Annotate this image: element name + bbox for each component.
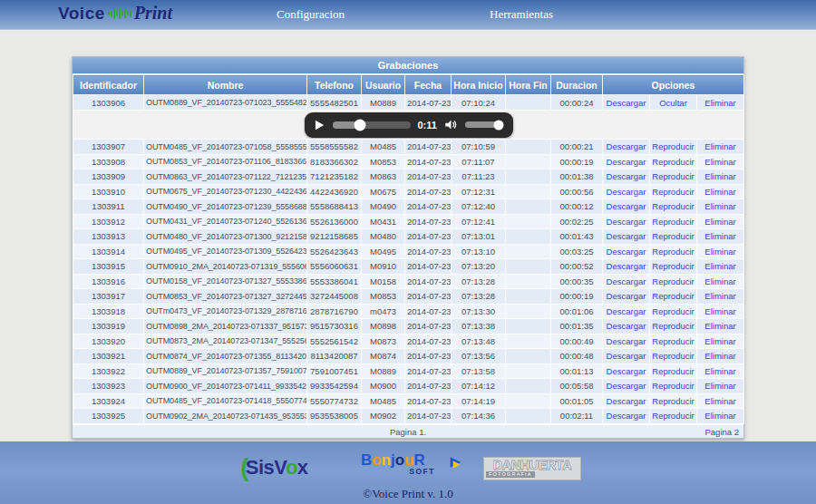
eliminar-link[interactable]: Eliminar	[704, 187, 735, 197]
reproducir-link[interactable]: Reproducir	[652, 366, 694, 376]
eliminar-link[interactable]: Eliminar	[704, 231, 735, 241]
descargar-link[interactable]: Descargar	[607, 247, 646, 257]
cell-hora-inicio: 07:12:31	[452, 184, 506, 199]
eliminar-link[interactable]: Eliminar	[704, 217, 735, 227]
table-row: 1303915OUTM0910_2MA_20140723-071319_5556…	[73, 259, 744, 275]
descargar-link[interactable]: Descargar	[607, 231, 646, 241]
bonjoursoft-logo[interactable]: BonjouR SOFT ▶▶	[361, 452, 448, 476]
eliminar-link[interactable]: Eliminar	[704, 321, 735, 331]
eliminar-link[interactable]: Eliminar	[704, 396, 735, 406]
reproducir-link[interactable]: Reproducir	[652, 157, 694, 167]
table-row: 1303924OUTM0485_VF_20140723-071418_55507…	[73, 393, 744, 409]
descargar-link[interactable]: Descargar	[607, 261, 646, 271]
eliminar-link[interactable]: Eliminar	[704, 291, 735, 301]
cell-usuario: M0873	[362, 334, 405, 349]
cell-id: 1303906	[73, 95, 144, 111]
cell-hora-fin	[506, 334, 551, 349]
next-page-link[interactable]: Pagina 2	[704, 425, 739, 439]
cell-nombre: OUTM0910_2MA_20140723-071319_5556060631	[144, 259, 307, 275]
eliminar-link[interactable]: Eliminar	[704, 411, 735, 421]
reproducir-link[interactable]: Reproducir	[652, 217, 694, 227]
descargar-link[interactable]: Descargar	[607, 157, 646, 167]
cell-telefono: 3272445008	[307, 289, 362, 305]
volume-icon[interactable]	[444, 118, 458, 131]
eliminar-link[interactable]: Eliminar	[704, 306, 735, 316]
eliminar-link[interactable]: Eliminar	[704, 261, 735, 271]
eliminar-link[interactable]: Eliminar	[704, 157, 735, 167]
reproducir-link[interactable]: Reproducir	[652, 411, 694, 421]
cell-hora-inicio: 07:13:10	[452, 244, 506, 259]
descargar-link[interactable]: Descargar	[607, 276, 646, 286]
ocultar-link[interactable]: Ocultar	[659, 98, 687, 108]
cell-opcion: Descargar	[603, 393, 650, 409]
descargar-link[interactable]: Descargar	[607, 201, 646, 211]
cell-duracion: 00:00:24	[551, 95, 603, 111]
descargar-link[interactable]: Descargar	[607, 98, 646, 108]
cell-usuario: M0902	[362, 409, 405, 424]
table-title: Grabaciones	[73, 57, 743, 74]
table-row: 1303906OUTM0889_VF_20140723-071023_55554…	[73, 95, 744, 111]
danhuerta-logo[interactable]: DANHUERTA FOTOGRAFIA	[483, 457, 581, 480]
reproducir-link[interactable]: Reproducir	[652, 141, 694, 151]
volume-thumb[interactable]	[493, 120, 503, 130]
eliminar-link[interactable]: Eliminar	[704, 171, 735, 181]
reproducir-link[interactable]: Reproducir	[652, 187, 694, 197]
descargar-link[interactable]: Descargar	[607, 411, 646, 421]
eliminar-link[interactable]: Eliminar	[704, 351, 735, 361]
cell-fecha: 2014-07-23	[405, 95, 452, 111]
eliminar-link[interactable]: Eliminar	[704, 201, 735, 211]
eliminar-link[interactable]: Eliminar	[704, 141, 735, 151]
descargar-link[interactable]: Descargar	[607, 141, 646, 151]
reproducir-link[interactable]: Reproducir	[652, 231, 694, 241]
reproducir-link[interactable]: Reproducir	[652, 276, 694, 286]
app-logo[interactable]: Voice Print	[58, 3, 172, 24]
reproducir-link[interactable]: Reproducir	[652, 381, 694, 391]
cell-opcion: Eliminar	[697, 229, 744, 245]
eliminar-link[interactable]: Eliminar	[704, 247, 735, 257]
reproducir-link[interactable]: Reproducir	[652, 396, 694, 406]
reproducir-link[interactable]: Reproducir	[652, 261, 694, 271]
sisvox-logo[interactable]: (SisVox	[241, 456, 308, 480]
descargar-link[interactable]: Descargar	[607, 217, 646, 227]
descargar-link[interactable]: Descargar	[607, 321, 646, 331]
reproducir-link[interactable]: Reproducir	[652, 336, 694, 346]
eliminar-link[interactable]: Eliminar	[704, 276, 735, 286]
descargar-link[interactable]: Descargar	[607, 381, 646, 391]
descargar-link[interactable]: Descargar	[607, 336, 646, 346]
eliminar-link[interactable]: Eliminar	[704, 366, 735, 376]
descargar-link[interactable]: Descargar	[607, 171, 646, 181]
descargar-link[interactable]: Descargar	[607, 351, 646, 361]
eliminar-link[interactable]: Eliminar	[704, 381, 735, 391]
logo-voice-text: Voice	[58, 4, 105, 24]
reproducir-link[interactable]: Reproducir	[652, 321, 694, 331]
reproducir-link[interactable]: Reproducir	[652, 247, 694, 257]
reproducir-link[interactable]: Reproducir	[652, 306, 694, 316]
reproducir-link[interactable]: Reproducir	[652, 351, 694, 361]
descargar-link[interactable]: Descargar	[607, 396, 646, 406]
volume-slider[interactable]	[465, 121, 503, 128]
cell-nombre: OUTM0874_VF_20140723-071355_8113420087	[144, 349, 307, 364]
progress-slider[interactable]	[333, 121, 411, 129]
reproducir-link[interactable]: Reproducir	[652, 201, 694, 211]
column-header-telefono: Telefono	[307, 75, 362, 95]
audio-player[interactable]: 0:11	[305, 112, 513, 138]
cell-hora-fin	[506, 393, 551, 409]
cell-usuario: M0853	[362, 154, 405, 170]
reproducir-link[interactable]: Reproducir	[652, 171, 694, 181]
nav-item-configuracion[interactable]: Configuracion	[277, 7, 345, 22]
cell-nombre: OUTM0853_VF_20140723-071327_3272445008	[144, 289, 307, 305]
eliminar-link[interactable]: Eliminar	[704, 98, 735, 108]
descargar-link[interactable]: Descargar	[607, 306, 646, 316]
cell-opcion: Eliminar	[697, 140, 744, 155]
table-row: 1303918OUTm0473_VF_20140723-071329_28787…	[73, 304, 744, 319]
descargar-link[interactable]: Descargar	[607, 187, 646, 197]
reproducir-link[interactable]: Reproducir	[652, 291, 694, 301]
descargar-link[interactable]: Descargar	[607, 366, 646, 376]
descargar-link[interactable]: Descargar	[607, 291, 646, 301]
progress-thumb[interactable]	[355, 119, 366, 131]
cell-opcion: Reproducir	[650, 229, 697, 245]
top-nav: Voice Print Configuracion Herramientas	[0, 0, 816, 30]
eliminar-link[interactable]: Eliminar	[704, 336, 735, 346]
play-button[interactable]	[313, 119, 325, 131]
nav-item-herramientas[interactable]: Herramientas	[490, 7, 553, 22]
